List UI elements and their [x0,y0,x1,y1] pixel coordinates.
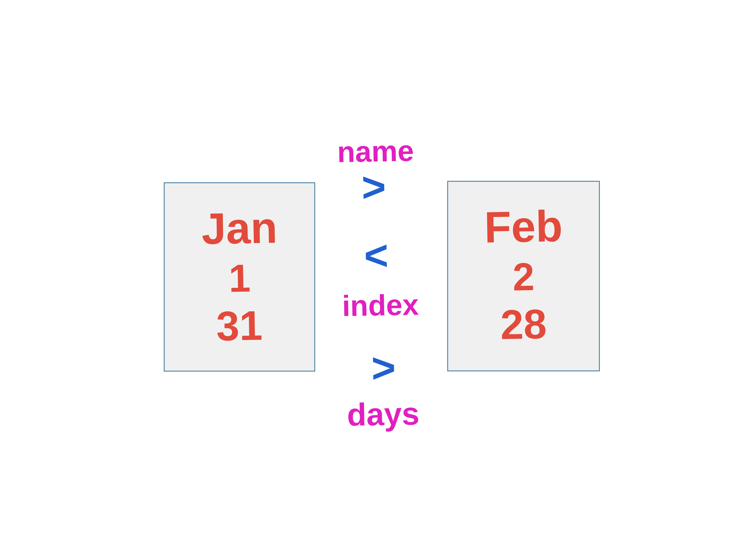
month-index-right: 2 [512,254,535,300]
comparator-name: > [361,166,386,208]
label-index: index [342,287,419,323]
month-index-left: 1 [228,256,251,301]
month-name-right: Feb [484,201,563,253]
label-days: days [347,395,420,433]
comparator-days: > [371,347,396,389]
comparator-index: < [364,234,389,276]
month-days-left: 31 [216,302,263,350]
month-box-feb: Feb 2 28 [447,181,600,372]
month-box-jan: Jan 1 31 [164,182,315,372]
diagram-canvas: Jan 1 31 Feb 2 28 name index days > < > [0,0,747,560]
month-name-left: Jan [201,202,278,254]
month-days-right: 28 [500,300,547,349]
